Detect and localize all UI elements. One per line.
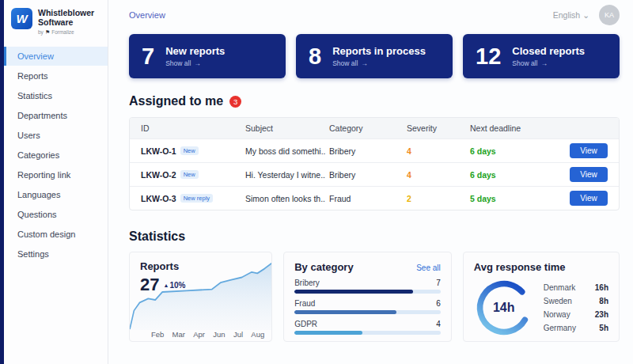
category-label-row: GDPR 4 [294,320,441,328]
category-value: 6 [436,299,441,308]
trend-up-icon: ▲ [163,282,169,288]
show-all-link[interactable]: Show all → [165,59,225,67]
col-header-category: Category [329,123,407,133]
x-axis-labels: Feb Mar Apr Jun Jul Aug [130,330,271,339]
statistics-panels: Reports 27 ▲ 10% [129,252,620,342]
assigned-section-header: Assigned to me 3 [129,94,620,108]
statistics-section-header: Statistics [129,229,620,244]
col-header-id: ID [141,123,245,133]
sidebar-item-departments[interactable]: Departments [4,106,108,125]
status-badge: New [180,146,199,155]
sidebar-item-label: Custom design [17,229,75,239]
table-row[interactable]: LKW-O-3 New reply Simon often looks th..… [130,186,619,210]
category-label: Fraud [294,299,315,308]
report-subject: Hi. Yesterday I witne.. [245,170,329,180]
stat-cards-row: 7 New reports Show all → 8 Reports in pr… [129,34,620,78]
country-label: Denmark [544,283,576,292]
show-all-label: Show all [512,59,537,67]
sidebar-item-custom-design[interactable]: Custom design [4,225,108,244]
brand-name: Whistleblower Software [38,8,94,28]
stat-card-new-reports[interactable]: 7 New reports Show all → [129,34,286,78]
stat-count: 8 [309,45,321,68]
brand-name-line1: Whistleblower [38,8,94,17]
category-bar-fill [294,310,396,314]
sidebar-item-reporting-link[interactable]: Reporting link [4,165,108,184]
country-label: Sweden [544,297,572,305]
brand-byline: by ⚑ Formalize [38,29,94,36]
sidebar-item-label: Languages [17,190,60,199]
response-donut-chart: 14h [474,278,534,338]
severity-value: 4 [407,146,470,156]
stat-card-closed[interactable]: 12 Closed reports Show all → [463,34,620,78]
brand-logo[interactable]: W Whistleblower Software by ⚑ Formalize [4,0,108,39]
avatar[interactable]: KA [599,5,620,25]
category-bar-track [294,290,441,294]
sidebar-item-languages[interactable]: Languages [4,185,108,204]
formalize-company-name: Formalize [51,29,74,35]
brand-name-line2: Software [38,17,94,27]
response-time-panel: Avg response time 14h [463,252,620,342]
country-row: Norway 23h [544,308,608,321]
x-tick: Jun [213,330,225,339]
report-id-cell: LKW-O-2 New [141,170,245,180]
report-subject: Simon often looks th.. [245,194,329,203]
sidebar-item-settings[interactable]: Settings [4,245,108,264]
category-bar-row: Bribery 7 [294,279,441,294]
country-row: Sweden 8h [544,294,608,308]
category-bar-track [294,310,441,314]
sidebar-menu: Overview Reports Statistics Departments … [4,47,108,264]
stat-title: New reports [165,45,225,57]
sidebar-item-reports[interactable]: Reports [4,66,108,85]
main-content: Overview English ⌄ KA 7 New reports Show… [108,0,633,364]
country-value: 8h [599,297,608,305]
country-label: Norway [544,310,570,319]
breadcrumb[interactable]: Overview [129,10,165,20]
stat-card-text: Reports in process Show all → [332,45,426,67]
table-row[interactable]: LKW-O-2 New Hi. Yesterday I witne.. Brib… [130,162,619,186]
reports-chart-header: Reports 27 ▲ 10% [140,260,185,295]
language-selector[interactable]: English ⌄ [553,10,589,20]
category-value: 4 [436,320,441,328]
col-header-severity: Severity [407,123,470,133]
sidebar-item-statistics[interactable]: Statistics [4,86,108,105]
stat-title: Reports in process [332,45,426,57]
show-all-link[interactable]: Show all → [512,59,585,67]
x-tick: Aug [251,330,264,339]
table-header-row: ID Subject Category Severity Next deadli… [130,118,619,138]
status-badge: New [180,170,199,179]
category-chart-panel: By category See all Bribery 7 Fraud 6 [283,252,452,342]
assigned-count-badge: 3 [229,96,241,108]
category-value: 7 [436,279,441,287]
sidebar-item-label: Questions [17,210,57,219]
view-button[interactable]: View [570,167,608,182]
response-panel-title: Avg response time [474,261,608,273]
sidebar-item-overview[interactable]: Overview [4,47,108,66]
deadline-value: 5 days [470,194,562,203]
sidebar-item-label: Overview [17,51,54,61]
sidebar-item-label: Departments [17,111,67,120]
col-header-subject: Subject [245,123,329,133]
stat-card-in-process[interactable]: 8 Reports in process Show all → [296,34,453,78]
report-id: LKW-O-2 [141,170,176,180]
report-category: Bribery [329,146,407,156]
report-category: Fraud [329,194,407,203]
see-all-link[interactable]: See all [416,264,441,272]
table-row[interactable]: LKW-O-1 New My boss did somethi.. Briber… [130,138,619,162]
show-all-link[interactable]: Show all → [332,59,426,67]
stat-title: Closed reports [512,45,585,57]
sidebar-item-label: Settings [17,249,49,259]
deadline-value: 6 days [470,170,562,180]
sidebar-item-users[interactable]: Users [4,126,108,145]
sidebar-item-categories[interactable]: Categories [4,146,108,165]
arrow-right-icon: → [540,59,548,67]
report-id-cell: LKW-O-1 New [141,146,245,156]
category-bar-row: GDPR 4 [294,320,441,335]
assigned-table: ID Subject Category Severity Next deadli… [129,117,620,210]
view-button[interactable]: View [570,191,608,206]
topbar-right: English ⌄ KA [553,5,620,25]
country-value: 5h [599,324,608,332]
view-button[interactable]: View [570,143,608,158]
sidebar-item-questions[interactable]: Questions [4,205,108,224]
stat-card-text: New reports Show all → [165,45,225,67]
statistics-title: Statistics [129,229,185,244]
